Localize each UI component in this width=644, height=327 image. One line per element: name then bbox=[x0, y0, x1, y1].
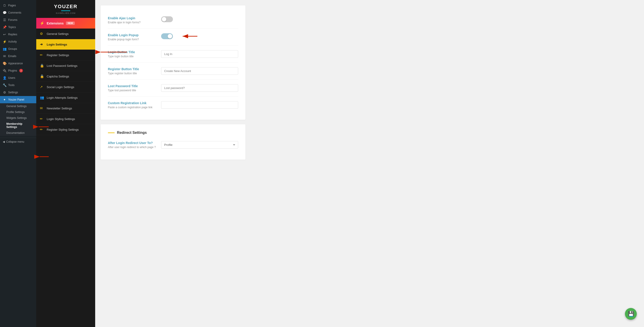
after-login-redirect-control: Profile Dashboard Home Custom URL bbox=[161, 141, 238, 149]
plugins-icon: 🔌 bbox=[3, 69, 6, 72]
submenu-documentation[interactable]: Documentation bbox=[0, 130, 36, 136]
custom-reg-link-label: Custom Registration Link Paste a custom … bbox=[108, 101, 156, 109]
wp-admin-sidebar: 🗋 Pages 💬 Comments ☰ Forums 📌 Topics ↩ R… bbox=[0, 0, 36, 327]
login-settings-card: Enable Ajax Login Enable ajax in login f… bbox=[100, 5, 246, 120]
login-button-title-desc: Type login button title bbox=[108, 55, 156, 58]
yz-login-icon: ➜ bbox=[40, 42, 44, 46]
yz-menu-lost-password[interactable]: 🔒 Lost Password Settings bbox=[36, 60, 95, 71]
redirect-header-line bbox=[108, 132, 115, 133]
redirect-header-title: Redirect Settings bbox=[117, 131, 147, 135]
yz-login-attempts-icon: 👥 bbox=[40, 96, 44, 100]
sidebar-item-users[interactable]: 👤 Users bbox=[0, 74, 36, 81]
after-login-redirect-label: After Login Redirect User To? After user… bbox=[108, 141, 156, 149]
yz-menu-social-login[interactable]: ↗ Social Login Settings bbox=[36, 82, 95, 92]
login-button-title-row: Login Button Title Type login button tit… bbox=[108, 46, 238, 63]
yz-menu-register-styling[interactable]: ✏ Register Styling Settings bbox=[36, 124, 95, 135]
custom-reg-link-title: Custom Registration Link bbox=[108, 101, 156, 105]
sidebar-item-replies[interactable]: ↩ Replies bbox=[0, 31, 36, 38]
login-popup-control bbox=[161, 33, 238, 39]
tools-icon: 🔧 bbox=[3, 83, 6, 87]
submenu-general[interactable]: General Settings bbox=[0, 103, 36, 109]
sidebar-item-comments[interactable]: 💬 Comments bbox=[0, 9, 36, 16]
yz-newsletter-icon: ✉ bbox=[40, 106, 44, 110]
yz-menu-general[interactable]: ⚙ General Settings bbox=[36, 28, 95, 39]
login-popup-label: Enable Login Popup Enable popup login fo… bbox=[108, 33, 156, 41]
redirect-settings-card: Redirect Settings After Login Redirect U… bbox=[100, 124, 246, 160]
sidebar-item-settings[interactable]: ⚙ Settings bbox=[0, 89, 36, 96]
yz-captcha-icon: 🔒 bbox=[40, 74, 44, 78]
comments-icon: 💬 bbox=[3, 11, 6, 14]
yz-register-icon: ✏ bbox=[40, 53, 44, 57]
custom-reg-link-desc: Paste a custom registration page link bbox=[108, 106, 156, 109]
youzer-icon: ✦ bbox=[3, 98, 6, 101]
yz-menu-register[interactable]: ✏ Register Settings bbox=[36, 50, 95, 60]
after-login-redirect-select[interactable]: Profile Dashboard Home Custom URL bbox=[161, 141, 238, 149]
extensions-new-badge: NEW bbox=[66, 21, 75, 25]
collapse-menu-button[interactable]: ◀ Collapse menu bbox=[0, 138, 36, 146]
appearance-icon: 🎨 bbox=[3, 62, 6, 65]
ajax-login-title: Enable Ajax Login bbox=[108, 16, 156, 20]
sidebar-item-appearance[interactable]: 🎨 Appearance bbox=[0, 60, 36, 67]
yz-menu-login-attempts[interactable]: 👥 Login Attempts Settings bbox=[36, 92, 95, 103]
register-button-title-control bbox=[161, 67, 238, 75]
pages-icon: 🗋 bbox=[3, 4, 6, 7]
submenu-membership[interactable]: Membership Settings bbox=[0, 121, 36, 130]
yz-menu-login[interactable]: ➜ Login Settings bbox=[36, 39, 95, 50]
after-login-redirect-row: After Login Redirect User To? After user… bbox=[108, 137, 238, 153]
plugins-badge: 2 bbox=[19, 69, 23, 72]
extensions-button[interactable]: ⚡ Extensions NEW bbox=[36, 18, 95, 28]
login-popup-toggle[interactable] bbox=[161, 33, 173, 39]
login-popup-row: Enable Login Popup Enable popup login fo… bbox=[108, 29, 238, 46]
yz-menu-login-styling[interactable]: ✏ Login Styling Settings bbox=[36, 114, 95, 124]
lost-password-title-input[interactable] bbox=[161, 84, 238, 92]
after-login-redirect-title: After Login Redirect User To? bbox=[108, 141, 156, 145]
groups-icon: 👥 bbox=[3, 47, 6, 51]
redirect-section-header: Redirect Settings bbox=[108, 131, 238, 135]
yz-general-icon: ⚙ bbox=[40, 32, 44, 36]
forums-icon: ☰ bbox=[3, 18, 6, 22]
sidebar-item-emails[interactable]: ✉ Emails bbox=[0, 52, 36, 60]
sidebar-item-plugins[interactable]: 🔌 Plugins 2 bbox=[0, 67, 36, 74]
custom-reg-link-control bbox=[161, 101, 238, 109]
login-popup-knob bbox=[168, 34, 172, 38]
register-button-title-input[interactable] bbox=[161, 67, 238, 75]
replies-icon: ↩ bbox=[3, 33, 6, 36]
sidebar-item-youzer[interactable]: ✦ Youzer Panel bbox=[0, 96, 36, 103]
lost-password-title-desc: Type lost password title bbox=[108, 89, 156, 92]
youzer-logo: YOUZER bbox=[40, 4, 92, 9]
sidebar-item-tools[interactable]: 🔧 Tools bbox=[0, 81, 36, 89]
custom-reg-link-input[interactable] bbox=[161, 101, 238, 109]
extensions-icon: ⚡ bbox=[40, 21, 44, 25]
sidebar-item-groups[interactable]: 👥 Groups bbox=[0, 45, 36, 52]
ajax-login-toggle[interactable] bbox=[161, 16, 173, 22]
ajax-login-desc: Enable ajax in login forms? bbox=[108, 21, 156, 24]
lost-password-title-control bbox=[161, 84, 238, 92]
users-icon: 👤 bbox=[3, 76, 6, 80]
youzer-logo-area: YOUZER KAINELABS.COM bbox=[36, 0, 95, 18]
ajax-login-control bbox=[161, 16, 238, 22]
login-button-title: Login Button Title bbox=[108, 50, 156, 54]
login-popup-title: Enable Login Popup bbox=[108, 33, 156, 37]
ajax-login-knob bbox=[162, 17, 166, 21]
youzer-sidebar: YOUZER KAINELABS.COM ⚡ Extensions NEW ⚙ … bbox=[36, 0, 95, 327]
yz-menu-newsletter[interactable]: ✉ Newsletter Settings bbox=[36, 103, 95, 114]
sidebar-item-forums[interactable]: ☰ Forums bbox=[0, 16, 36, 23]
emails-icon: ✉ bbox=[3, 54, 6, 58]
sidebar-item-topics[interactable]: 📌 Topics bbox=[0, 23, 36, 31]
lost-password-title-label: Lost Password Title Type lost password t… bbox=[108, 84, 156, 92]
submenu-widgets[interactable]: Widgets Settings bbox=[0, 115, 36, 121]
login-button-title-label: Login Button Title Type login button tit… bbox=[108, 50, 156, 58]
settings-icon: ⚙ bbox=[3, 91, 6, 94]
yz-register-styling-icon: ✏ bbox=[40, 127, 44, 132]
sidebar-item-activity[interactable]: ⚡ Activity bbox=[0, 38, 36, 45]
login-button-title-input[interactable] bbox=[161, 50, 238, 58]
register-button-title-row: Register Button Title Type register butt… bbox=[108, 63, 238, 80]
submenu-profile[interactable]: Profile Settings bbox=[0, 109, 36, 115]
logo-line bbox=[61, 10, 70, 11]
after-login-redirect-desc: After user login redirect to which page … bbox=[108, 146, 156, 149]
yz-menu-captcha[interactable]: 🔒 Captcha Settings bbox=[36, 71, 95, 82]
sidebar-item-pages[interactable]: 🗋 Pages bbox=[0, 2, 36, 9]
register-button-title-label: Register Button Title Type register butt… bbox=[108, 67, 156, 75]
register-button-title-desc: Type register button title bbox=[108, 72, 156, 75]
lost-password-title-row: Lost Password Title Type lost password t… bbox=[108, 80, 238, 97]
